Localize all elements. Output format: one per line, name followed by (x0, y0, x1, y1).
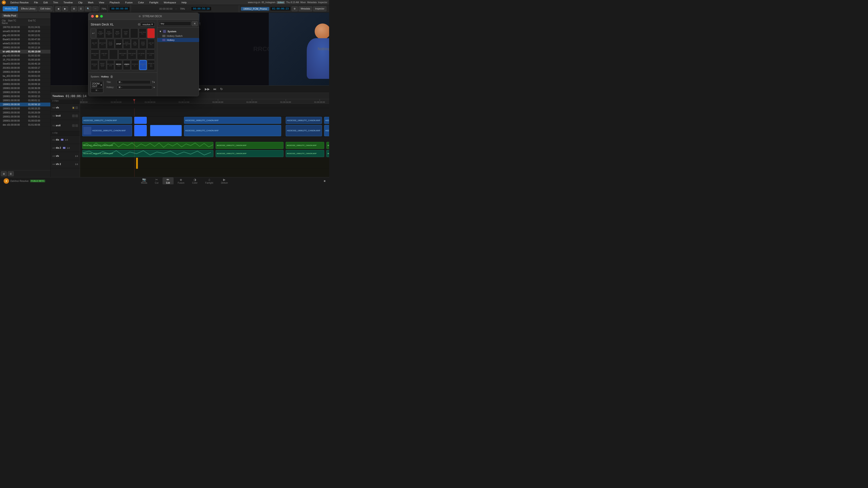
title-input[interactable] (117, 80, 151, 84)
list-item[interactable]: ba_dh_horn 01:00:00:0001:00:01:03 (0, 74, 51, 78)
sd-key-3-1[interactable]: RESET NODE O X (99, 60, 106, 70)
media-pool-btn[interactable]: Media Pool (3, 6, 18, 11)
track-content[interactable]: 01:00:00:00 01:00:04:00 01:00:08:00 01:0… (80, 99, 329, 177)
list-item[interactable]: Blade Runner Color with Q... 01:00:00:00… (0, 37, 51, 41)
track-clip-a2-1[interactable]: A023C032_190812TC_CANON.MXF (82, 150, 213, 157)
list-item[interactable]: 190801_eBay_Carousel 01:00:00:0001:00:36… (0, 86, 51, 90)
mixer-btn[interactable]: Mixer (301, 1, 306, 4)
track-clip-a2-4[interactable]: A023C032_190812TC_CANON.MXF (327, 150, 329, 157)
hotkey-dropdown-btn[interactable]: ▾ (153, 86, 155, 89)
edit-index-btn[interactable]: Edit Index (38, 6, 53, 11)
track-clip-a1-3[interactable]: A023C032_190812TC_CANON.MXF (286, 142, 324, 149)
track-v3-eye[interactable] (75, 106, 78, 109)
tree-item-hotkey[interactable]: Hotkey (157, 38, 199, 42)
list-item[interactable]: 3 things to know when wor... 01:00:00:00… (0, 78, 51, 82)
list-item[interactable]: pkg dude 01:00:00:0001:00:32:00 (0, 54, 51, 58)
back-btn[interactable]: ◀ (55, 6, 61, 11)
sd-key-3-2[interactable]: DIS NODE O N (107, 60, 114, 70)
modal-close-btn[interactable] (91, 15, 94, 18)
track-clip-v2-5[interactable]: A023C032_190812TC_CANON.MXF (324, 117, 329, 124)
search-btn[interactable]: 🔍 (85, 6, 92, 11)
title-format-btn[interactable]: T▾ (152, 80, 155, 84)
sd-key-3-0[interactable]: BYPASS O B (91, 60, 98, 70)
forward-btn[interactable]: ▶ (62, 6, 68, 11)
sd-back-btn[interactable]: ↩ (91, 28, 96, 38)
hotkey-input[interactable] (117, 86, 152, 89)
list-item[interactable]: pkg dude breakdown 01:00:00:0001:00:12:0… (0, 33, 51, 37)
sd-key-1-5[interactable]: PRE NODE O S (131, 39, 138, 49)
current-timecode[interactable]: 00:00:00:00 (110, 6, 130, 11)
menu-clip[interactable]: Clip (77, 1, 84, 4)
sd-key-1-6[interactable]: POST NODE O D (139, 39, 147, 49)
sd-key-0-6[interactable] (147, 28, 155, 38)
track-clip-v1-3[interactable] (150, 125, 182, 136)
track-v2-link[interactable] (72, 115, 75, 117)
media-pool-tab[interactable]: Media Pool (2, 13, 18, 18)
metadata-btn[interactable]: Metadata (307, 1, 317, 4)
loop-btn[interactable]: ↻ (219, 86, 224, 92)
list-view-btn[interactable]: ☰ (78, 6, 84, 11)
tab-cut[interactable]: ✂ Cut (151, 177, 162, 185)
menu-help[interactable]: Help (181, 1, 188, 4)
effects-library-btn[interactable]: Effects Library (19, 6, 37, 11)
list-item[interactable]: tri showreel 01:00:09:0001:00:10:00 (0, 50, 51, 54)
sd-key-1-7[interactable]: grab still O L (147, 39, 155, 49)
grid-view-btn[interactable]: ⊞ (71, 6, 77, 11)
tab-color[interactable]: ◑ Color (188, 177, 201, 185)
track-clip-v2-1[interactable]: A023C032_190812TC_CANON.MXF (82, 117, 132, 124)
track-clip-a2-3[interactable]: A023C032_190812TC_CANON.MXF (286, 150, 324, 157)
sd-key-2-4[interactable]: PAIR NODE U P (128, 50, 136, 59)
track-v1-eye[interactable] (75, 124, 78, 127)
settings-btn[interactable]: ⚙ (291, 6, 298, 11)
menu-davinci[interactable]: DaVinci Resolve (9, 1, 30, 4)
list-item[interactable]: 190802_ba_filippo 01:00:00:0001:00:12:16 (0, 46, 51, 50)
track-clip-v1-2[interactable] (134, 125, 147, 136)
track-clip-v1-1[interactable]: A023C032_190812TC_CANON.MXF (82, 125, 132, 136)
list-item[interactable]: 190810 tri genesis bw 01:00:00:0001:00:0… (0, 98, 51, 103)
step-fwd-btn[interactable]: ▶▶ (204, 86, 211, 92)
list-item[interactable]: 2019_dh_horn 01:00:00:0001:00:03:17 (0, 66, 51, 70)
menu-fairlight[interactable]: Fairlight (149, 1, 159, 4)
menu-color[interactable]: Color (137, 1, 145, 4)
track-clip-v2-4[interactable]: A023C032_190812TC_CANON.MXF (286, 117, 322, 124)
list-item[interactable]: white captain b-a 01:00:00:0001:00:05:01 (0, 41, 51, 46)
menu-fusion[interactable]: Fusion (124, 1, 133, 4)
search-clear-btn[interactable]: ✕ (192, 21, 197, 26)
sd-key-0-3[interactable]: CLIPS HIDE R Z (122, 28, 129, 38)
track-clip-v1-6[interactable]: A023C032_190812TC_CANON.MXF (324, 125, 329, 136)
menu-mark[interactable]: Mark (87, 1, 94, 4)
track-clip-v2-2[interactable] (134, 117, 147, 124)
tree-search-input[interactable] (159, 22, 191, 26)
track-clip-a2-2[interactable]: A023C032_190812TC_CANON.MXF (216, 150, 283, 157)
list-item[interactable]: 190815_sony_sony_tones 01:00:00:0001:00:… (0, 111, 51, 115)
sd-key-1-1[interactable]: split screen O = (99, 39, 106, 49)
menu-playback[interactable]: Playback (109, 1, 121, 4)
list-item[interactable]: 190803_owq_ep5 01:00:00:0001:00:48:04 (0, 70, 51, 74)
sd-key-0-2[interactable]: NEW AFTER R Y (114, 28, 121, 38)
track-clip-v1-5[interactable]: A023C032_190812TC_CANON.MXF (286, 125, 322, 136)
track-clip-a1-1[interactable]: A023C032_190812TC_CANON.MXF (82, 142, 213, 149)
menu-trim[interactable]: Trim (52, 1, 59, 4)
list-item[interactable]: 190809_cwq_ep6 01:00:00:0001:00:02:15 (0, 94, 51, 98)
sd-key-1-3[interactable]: STOP (115, 39, 123, 49)
menu-timeline[interactable]: Timeline (63, 1, 74, 4)
key-type-dropdown[interactable]: ZOOM OUT ▾ (91, 82, 103, 88)
list-item[interactable]: 190816_cwq 01:00:00:0001:00:06:11 (0, 115, 51, 119)
sd-key-2-0[interactable]: HIGHLIGHT O A (91, 50, 99, 59)
track-v3-lock[interactable]: 🔒 (72, 106, 75, 109)
sd-key-3-7[interactable]: ZOOM TO FIT O Z (147, 60, 155, 70)
sd-key-3-5[interactable]: ZOOM IN O , (131, 60, 138, 70)
list-item[interactable]: 190813_module2 01:00:00:0001:00:15:20 (0, 107, 51, 111)
track-clip-v2-3[interactable]: A023C032_190812TC_CANON.MXF (184, 117, 281, 124)
sd-key-1-4[interactable]: PLAY FORWARD O . (123, 39, 131, 49)
menu-edit[interactable]: Edit (42, 1, 49, 4)
settings-gear-btn[interactable]: ⚙ (138, 23, 141, 26)
sd-key-3-4[interactable]: UNDO ⌘ Z (123, 60, 130, 70)
list-item[interactable]: Steely LA 01:00:00:0001:00:45:19 (0, 62, 51, 66)
sd-key-0-5[interactable]: CLIP PICK R + (139, 28, 147, 38)
clip-name-display[interactable]: 190812_FCM_Promo (241, 7, 269, 11)
go-to-end-btn[interactable]: ⏭ (213, 86, 217, 92)
list-item[interactable]: 190809_World_I_See 01:00:00:0001:00:01:1… (0, 90, 51, 94)
track-clip-a1-2[interactable]: A023C032_190812TC_CANON.MXF (216, 142, 283, 149)
sd-key-2-5[interactable]: LAY NODE I L (137, 50, 146, 59)
